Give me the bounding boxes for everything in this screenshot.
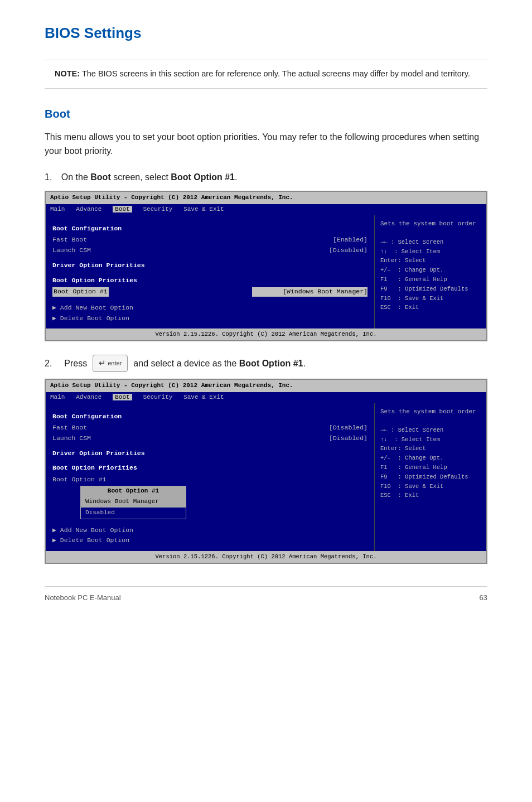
step-2-label: 2. Press ↵ enter and select a device as …	[45, 355, 487, 372]
note-text: The BIOS screens in this section are for…	[82, 69, 470, 78]
add-boot-1: Add New Boot Option	[52, 303, 367, 313]
step-1-label: 1. On the Boot screen, select Boot Optio…	[45, 171, 487, 184]
step-2-num: 2.	[45, 357, 52, 370]
step-1-bold2: Boot Option #1	[171, 172, 235, 182]
bios-left-1: Boot Configuration Fast Boot [Enabled] L…	[46, 215, 375, 328]
bios-footer-2: Version 2.15.1226. Copyright (C) 2012 Am…	[46, 551, 486, 563]
enter-label: enter	[108, 359, 122, 368]
bios-boot-option-label-2: Boot Option #1	[52, 475, 107, 485]
popup-dropdown: Boot Option #1 Windows Boot Manager Disa…	[80, 486, 367, 519]
bios-row-csm-1: Launch CSM [Disabled]	[52, 246, 367, 255]
csm-value-1: [Disabled]	[329, 246, 367, 255]
bios-section-driver-1: Driver Option Priorities	[52, 261, 367, 270]
bios-section-boot-opt-1: Boot Option Priorities Boot Option #1 [W…	[52, 276, 367, 297]
bios-right-2: Sets the system boot order →← : Select S…	[375, 403, 486, 551]
note-bold: NOTE:	[55, 69, 80, 78]
menu-boot-1: Boot	[113, 206, 132, 212]
page-title: BIOS Settings	[45, 22, 487, 44]
step-1: 1. On the Boot screen, select Boot Optio…	[45, 171, 487, 341]
menu-boot-2: Boot	[113, 394, 132, 400]
step-2-text-suffix: and select a device as the Boot Option #…	[133, 357, 306, 370]
bios-title-bar-2: Aptio Setup Utility - Copyright (C) 2012…	[46, 380, 486, 392]
fastboot-label-2: Fast Boot	[52, 423, 87, 433]
menu-main-1: Main	[50, 206, 72, 212]
section-description: This menu allows you to set your boot op…	[45, 130, 487, 158]
bios-body-1: Boot Configuration Fast Boot [Enabled] L…	[46, 215, 486, 328]
page-footer: Notebook PC E-Manual 63	[45, 586, 487, 603]
bios-help-text-1: Sets the system boot order	[380, 220, 481, 229]
footer-left: Notebook PC E-Manual	[45, 592, 121, 603]
popup-box: Boot Option #1 Windows Boot Manager Disa…	[80, 486, 186, 519]
bios-section-boot-config-2: Boot Configuration	[52, 412, 367, 422]
step-1-num: 1.	[45, 172, 52, 182]
menu-main-2: Main	[50, 394, 72, 400]
fastboot-label-1: Fast Boot	[52, 235, 87, 245]
section-title: Boot	[45, 105, 487, 122]
popup-item-windows: Windows Boot Manager	[81, 496, 186, 508]
bios-section-boot-config-1: Boot Configuration	[52, 224, 367, 234]
bios-menu-bar-1: Main Advance Boot Security Save & Exit	[46, 204, 486, 215]
popup-item-disabled: Disabled	[81, 508, 186, 519]
enter-key: ↵ enter	[93, 355, 128, 372]
menu-save-2: Save & Exit	[183, 394, 224, 400]
bios-left-2: Boot Configuration Fast Boot [Disabled] …	[46, 403, 375, 551]
fastboot-value-2: [Disabled]	[329, 423, 367, 433]
menu-advance-2: Advance	[76, 394, 109, 400]
step-1-text: On the Boot screen, select Boot Option #…	[61, 172, 238, 182]
bios-menu-bar-2: Main Advance Boot Security Save & Exit	[46, 392, 486, 403]
bios-row-fastboot-2: Fast Boot [Disabled]	[52, 423, 367, 433]
bios-links-1: Add New Boot Option Delete Boot Option	[52, 303, 367, 323]
add-boot-2: Add New Boot Option	[52, 526, 367, 535]
bios-row-fastboot-1: Fast Boot [Enabled]	[52, 235, 367, 245]
enter-arrow-icon: ↵	[99, 357, 106, 370]
csm-label-2: Launch CSM	[52, 434, 91, 443]
boot-option-label-1: Boot Option #1	[52, 287, 109, 297]
menu-security-2: Security	[136, 394, 180, 400]
menu-security-1: Security	[136, 206, 180, 212]
bios-help-text-2: Sets the system boot order	[380, 408, 481, 417]
bios-screen-1: Aptio Setup Utility - Copyright (C) 2012…	[45, 191, 487, 341]
step-2-text-prefix: Press	[64, 357, 87, 370]
step-1-bold1: Boot	[90, 172, 110, 182]
footer-right: 63	[480, 592, 487, 603]
delete-boot-2: Delete Boot Option	[52, 536, 367, 545]
bios-links-2: Add New Boot Option Delete Boot Option	[52, 526, 367, 545]
menu-save-1: Save & Exit	[183, 206, 224, 212]
bios-right-1: Sets the system boot order →← : Select S…	[375, 215, 486, 328]
bios-section-boot-opt-2: Boot Option Priorities Boot Option #1 Bo…	[52, 463, 367, 519]
step-2: 2. Press ↵ enter and select a device as …	[45, 355, 487, 564]
bios-footer-1: Version 2.15.1226. Copyright (C) 2012 Am…	[46, 328, 486, 340]
bios-row-csm-2: Launch CSM [Disabled]	[52, 434, 367, 443]
bios-title-bar-1: Aptio Setup Utility - Copyright (C) 2012…	[46, 192, 486, 204]
csm-label-1: Launch CSM	[52, 246, 91, 255]
csm-value-2: [Disabled]	[329, 434, 367, 443]
popup-header: Boot Option #1	[81, 486, 186, 496]
bios-body-2: Boot Configuration Fast Boot [Disabled] …	[46, 403, 486, 551]
boot-option-row-with-popup: Boot Option #1	[52, 475, 367, 485]
step-2-bold: Boot Option #1	[239, 359, 303, 368]
menu-advance-1: Advance	[76, 206, 109, 212]
note-box: NOTE: The BIOS screens in this section a…	[45, 60, 487, 89]
delete-boot-1: Delete Boot Option	[52, 314, 367, 323]
fastboot-value-1: [Enabled]	[333, 235, 367, 245]
bios-section-driver-2: Driver Option Priorities	[52, 449, 367, 458]
boot-option-value-1: [Windows Boot Manager]	[252, 287, 367, 297]
bios-boot-option-row-1: Boot Option #1 [Windows Boot Manager]	[52, 287, 367, 297]
bios-screen-2: Aptio Setup Utility - Copyright (C) 2012…	[45, 379, 487, 564]
bios-key-help-2: →← : Select Screen ↑↓ : Select Item Ente…	[380, 426, 481, 500]
bios-key-help-1: →← : Select Screen ↑↓ : Select Item Ente…	[380, 238, 481, 312]
